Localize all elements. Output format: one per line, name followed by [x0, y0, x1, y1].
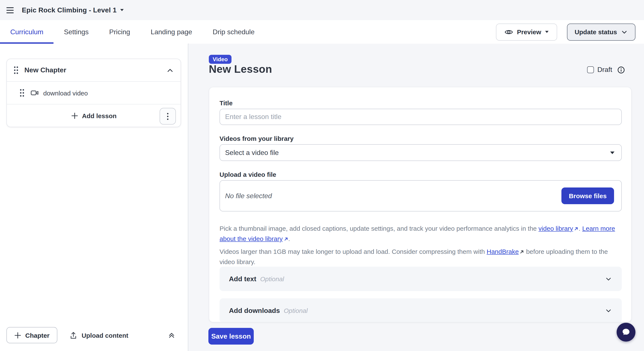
course-title: Epic Rock Climbing - Level 1: [22, 6, 116, 14]
title-field-label: Title: [220, 99, 232, 106]
update-status-label: Update status: [575, 28, 617, 36]
no-file-text: No file selected: [225, 192, 272, 200]
help-text-segment: .: [288, 235, 290, 242]
course-switcher[interactable]: Epic Rock Climbing - Level 1: [22, 6, 124, 14]
update-status-button[interactable]: Update status: [567, 23, 636, 40]
optional-label: Optional: [284, 307, 308, 314]
external-link-icon: [520, 247, 524, 257]
upload-field-label: Upload a video file: [220, 171, 276, 178]
video-library-select[interactable]: Select a video file: [220, 144, 622, 161]
chevron-down-icon: [605, 307, 612, 314]
add-lesson-button[interactable]: Add lesson: [71, 112, 116, 119]
video-library-help-text: Pick a thumbnail image, add closed capti…: [220, 224, 622, 244]
eye-icon: [504, 28, 513, 36]
video-camera-icon: [30, 88, 39, 97]
upload-icon: [69, 331, 77, 339]
collapse-all-icon[interactable]: [168, 331, 176, 339]
chat-widget-button[interactable]: [616, 323, 636, 342]
add-downloads-label: Add downloads: [229, 307, 280, 314]
top-bar: Epic Rock Climbing - Level 1: [0, 0, 644, 20]
chevron-down-icon: [120, 9, 124, 11]
curriculum-sidebar: New Chapter download video: [0, 44, 188, 351]
content-area: New Chapter download video: [0, 44, 644, 351]
drag-handle-icon[interactable]: [13, 66, 19, 75]
lesson-form-card: Title Videos from your library Select a …: [209, 87, 632, 322]
lesson-editor-panel: Video New Lesson Draft Title Videos from…: [189, 44, 644, 351]
chevron-down-icon: [605, 275, 612, 283]
video-library-link[interactable]: video library: [538, 225, 573, 232]
handbrake-link[interactable]: HandBrake: [487, 248, 519, 255]
lesson-page-title: New Lesson: [209, 63, 272, 75]
file-upload-box: No file selected Browse files: [220, 180, 622, 212]
info-icon[interactable]: [617, 66, 624, 74]
chapter-options-button[interactable]: [160, 108, 176, 124]
kebab-icon: [167, 112, 168, 120]
lesson-row[interactable]: download video: [7, 81, 180, 104]
tab-drip-schedule[interactable]: Drip schedule: [202, 20, 265, 44]
video-library-select-value: Select a video file: [225, 149, 279, 156]
app-window: Epic Rock Climbing - Level 1 Curriculum …: [0, 0, 644, 351]
add-chapter-label: Chapter: [25, 332, 50, 339]
chapter-title: New Chapter: [24, 66, 66, 74]
tab-bar: Curriculum Settings Pricing Landing page…: [0, 20, 644, 44]
optional-label: Optional: [260, 275, 284, 282]
tab-landing-page[interactable]: Landing page: [140, 20, 202, 44]
draft-checkbox[interactable]: [587, 66, 594, 73]
preview-button-label: Preview: [517, 28, 541, 36]
external-link-icon: [284, 234, 288, 244]
help-text-segment: Videos larger than 1GB may take longer t…: [220, 248, 487, 255]
upload-content-label: Upload content: [82, 332, 128, 339]
external-link-icon: [574, 224, 579, 234]
browse-files-button[interactable]: Browse files: [562, 188, 614, 204]
lesson-item-title: download video: [43, 89, 88, 96]
library-field-label: Videos from your library: [220, 135, 294, 142]
chevron-down-icon: [621, 28, 628, 35]
add-lesson-label: Add lesson: [82, 112, 116, 119]
add-lesson-row: Add lesson: [7, 104, 180, 127]
add-text-label: Add text: [229, 275, 256, 283]
help-text-segment: Pick a thumbnail image, add closed capti…: [220, 225, 538, 232]
upload-content-button[interactable]: Upload content: [69, 331, 128, 339]
chevron-down-icon: [610, 151, 614, 154]
tab-curriculum[interactable]: Curriculum: [0, 20, 54, 44]
chevron-up-icon[interactable]: [166, 66, 174, 74]
lesson-title-input[interactable]: [220, 109, 622, 125]
add-chapter-button[interactable]: Chapter: [6, 327, 57, 343]
header-actions: Preview Update status: [496, 20, 644, 44]
help-text-segment: .: [579, 225, 582, 232]
drag-handle-icon[interactable]: [19, 88, 25, 98]
chat-bubble-icon: [621, 327, 631, 337]
sidebar-footer: Chapter Upload content: [0, 319, 188, 351]
lesson-type-badge: Video: [209, 55, 232, 64]
preview-button[interactable]: Preview: [496, 23, 557, 40]
chapter-card: New Chapter download video: [6, 59, 181, 127]
draft-label: Draft: [597, 66, 612, 74]
draft-toggle-group: Draft: [587, 66, 624, 74]
plus-icon: [71, 112, 78, 119]
save-lesson-button[interactable]: Save lesson: [208, 328, 254, 344]
tab-pricing[interactable]: Pricing: [99, 20, 140, 44]
hamburger-menu-icon[interactable]: [6, 6, 15, 14]
chevron-down-icon: [545, 31, 548, 33]
compression-help-text: Videos larger than 1GB may take longer t…: [220, 246, 622, 267]
chapter-header[interactable]: New Chapter: [7, 59, 180, 81]
plus-icon: [14, 332, 22, 339]
tab-settings[interactable]: Settings: [54, 20, 99, 44]
add-downloads-accordion[interactable]: Add downloads Optional: [220, 298, 622, 322]
add-text-accordion[interactable]: Add text Optional: [220, 267, 622, 291]
